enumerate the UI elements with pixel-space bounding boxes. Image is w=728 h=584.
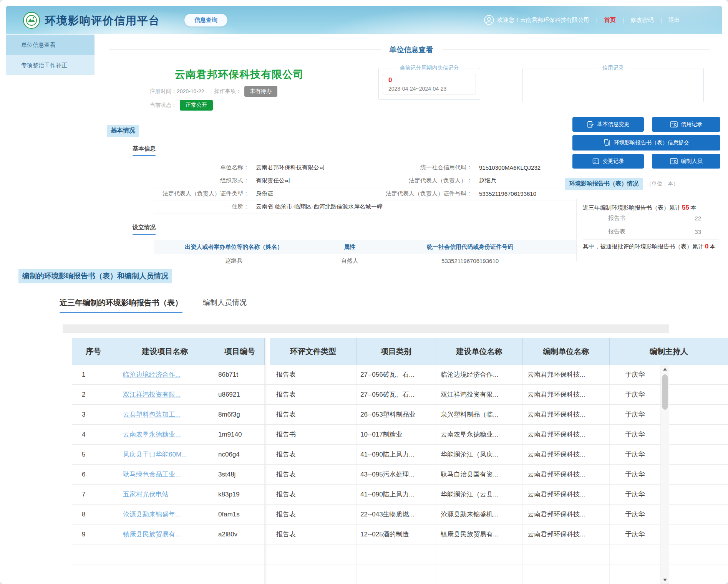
project-name-cell[interactable]: 镇康县民族贸易有... [115, 524, 215, 544]
project-link[interactable]: 沧源县勐来锦盛年... [123, 510, 181, 519]
platform-title: 环境影响评价信用平台 [45, 13, 160, 28]
project-link[interactable]: 临沧边境经济合作... [123, 370, 181, 379]
category-cell: 27--056砖瓦、石... [357, 385, 436, 404]
tab-underline [133, 234, 156, 235]
mobile-submit-icon [604, 139, 610, 147]
page: 环境影响评价信用平台 信息查询 欢迎您！云南君邦环保科技有限公司 ｜ 首页 ｜ … [0, 0, 728, 584]
stats-total-line: 近三年编制环境影响报告书（表）累计55本 [583, 204, 719, 212]
project-link[interactable]: 凤庆县干口华能60M... [123, 450, 187, 459]
tab-compilers[interactable]: 编制人员情况 [203, 298, 247, 308]
owner-name-cell: 泉兴塑料制品（临... [436, 405, 523, 424]
button-label: 变更记录 [603, 158, 624, 165]
project-link[interactable]: 五家村光伏电站 [123, 490, 169, 499]
project-name-cell[interactable]: 临沧边境经济合作... [115, 365, 215, 384]
sidebar-item-unit-info[interactable]: 单位信息查看 [6, 35, 95, 55]
project-name-cell[interactable]: 耿马绿色食品工业... [115, 465, 215, 484]
account-bar: 欢迎您！云南君邦环保科技有限公司 ｜ 首页 ｜ 修改密码 ｜ 退出 [484, 14, 680, 26]
agency-name-cell: 云南君邦环保科技... [523, 505, 610, 524]
project-code-cell: 86b71t [215, 365, 265, 384]
info-query-button[interactable]: 信息查询 [184, 14, 227, 26]
scroll-down-arrow-icon[interactable] [661, 576, 669, 584]
establishment-header-row: 出资人或者举办单位等的名称（姓名） 属性 统一社会信用代码或身份证件号码 [154, 240, 599, 254]
tab-recent-reports[interactable]: 近三年编制的环境影响报告书（表） [60, 298, 182, 313]
lead-compiler-cell: 于庆华 [610, 385, 661, 404]
project-name-cell[interactable]: 五家村光伏电站 [115, 485, 215, 504]
report-stats-box: 近三年编制环境影响报告书（表）累计55本 报告书22 报告表33 其中，被通报批… [576, 199, 725, 261]
tab-recent-reports-label: 近三年编制的环境影响报告书（表） [60, 298, 182, 307]
project-link[interactable]: 耿马绿色食品工业... [123, 470, 181, 479]
button-label: 编制人员 [681, 158, 703, 165]
tab-compilers-label: 编制人员情况 [203, 298, 247, 306]
basic-info-change-button[interactable]: 基本信息变更 [572, 117, 644, 132]
project-code-cell: u86921 [215, 385, 265, 404]
project-name-cell[interactable]: 云南农垦永德糖业... [115, 425, 215, 444]
credit-record-panel: 信用记录 [522, 65, 704, 102]
scroll-up-arrow-icon[interactable] [661, 365, 669, 373]
tab-basic-info[interactable]: 基本信息 [133, 145, 156, 156]
sidebar-item-special-rectification[interactable]: 专项整治工作补正 [6, 55, 95, 75]
doc-type-cell: 报告表 [270, 405, 357, 424]
doc-type-cell: 报告表 [270, 465, 357, 484]
agency-name-cell: 云南君邦环保科技... [523, 385, 610, 404]
owner-name-cell: 沧源县勐来锦盛机... [436, 505, 523, 524]
score-card: 0 2023-04-24~2024-04-23 [383, 74, 476, 94]
lead-compiler-cell: 于庆华 [610, 524, 661, 544]
tab-underline [133, 155, 156, 156]
row-index: 8 [72, 505, 115, 524]
compilers-button[interactable]: 编制人员 [652, 154, 720, 169]
table-row-empty [72, 564, 728, 584]
lead-compiler-cell: 于庆华 [610, 485, 661, 504]
owner-name-cell: 双江祥鸿投资有限... [436, 385, 523, 404]
nav-logout-link[interactable]: 退出 [668, 17, 680, 24]
report-info-submit-button[interactable]: 环境影响报告书（表）信息提交 [572, 135, 720, 151]
scrollbar-thumb[interactable] [662, 374, 668, 410]
credit-record-button[interactable]: 信用记录 [652, 117, 720, 132]
col-lead-compiler: 编制主持人 [610, 338, 728, 365]
basic-section-label: 基本情况 [107, 125, 139, 137]
empty-cell [72, 564, 115, 584]
project-code-cell: 1m9140 [215, 425, 265, 444]
empty-cell [270, 564, 357, 584]
project-link[interactable]: 云县塑料包装加工... [123, 410, 181, 419]
score-period: 2023-04-24~2024-04-23 [388, 86, 470, 92]
doc-type-cell: 报告表 [270, 524, 357, 544]
project-name-cell[interactable]: 沧源县勐来锦盛年... [115, 505, 215, 524]
col-attribute: 属性 [314, 243, 386, 251]
nav-home-link[interactable]: 首页 [604, 17, 616, 24]
nav-change-password-link[interactable]: 修改密码 [630, 17, 653, 24]
stats-divider [583, 239, 719, 240]
project-link[interactable]: 镇康县民族贸易有... [123, 530, 181, 539]
field-address: 住所： 云南省·临沧市·临翔区·西河北路佳源水岸名城一幢 [154, 200, 377, 213]
lead-compiler-cell: 于庆华 [610, 505, 661, 524]
col-agency-name: 编制单位名称 [523, 338, 610, 365]
vertical-scrollbar[interactable] [661, 365, 669, 584]
project-name-cell[interactable]: 凤庆县干口华能60M... [115, 445, 215, 464]
stats-special-value: 0 [704, 243, 710, 250]
empty-cell [523, 544, 610, 564]
project-link[interactable]: 双江祥鸿投资有限... [123, 390, 181, 399]
user-icon [484, 15, 494, 25]
empty-cell [610, 544, 661, 564]
project-name-cell[interactable]: 云县塑料包装加工... [115, 405, 215, 424]
agency-name-cell: 云南君邦环保科技... [523, 425, 610, 444]
project-link[interactable]: 云南农垦永德糖业... [123, 430, 181, 439]
sidebar: 单位信息查看 专项整治工作补正 [6, 35, 95, 75]
change-record-button[interactable]: 变更记录 [572, 154, 644, 169]
empty-cell [357, 544, 436, 564]
table-row-empty [72, 544, 728, 564]
doc-type-cell: 报告表 [270, 445, 357, 464]
score-panel: 当前记分周期内失信记分 0 2023-04-24~2024-04-23 [378, 65, 480, 100]
row-index: 2 [72, 385, 115, 404]
agency-name-cell: 云南君邦环保科技... [523, 524, 610, 544]
project-code-cell: 3st48j [215, 465, 265, 484]
project-name-cell[interactable]: 双江祥鸿投资有限... [115, 385, 215, 404]
separator: ｜ [594, 17, 600, 24]
project-code-cell: 0fam1s [215, 505, 265, 524]
row-index: 5 [72, 445, 115, 464]
category-cell: 41--090陆上风力... [357, 485, 436, 504]
empty-cell [72, 544, 115, 564]
separator: ｜ [620, 17, 626, 24]
frozen-pane-divider [265, 405, 270, 424]
company-name: 云南君邦环保科技有限公司 [175, 68, 304, 81]
table-row: 3云县塑料包装加工...8m6f3g报告表26--053塑料制品业泉兴塑料制品（… [72, 405, 728, 425]
